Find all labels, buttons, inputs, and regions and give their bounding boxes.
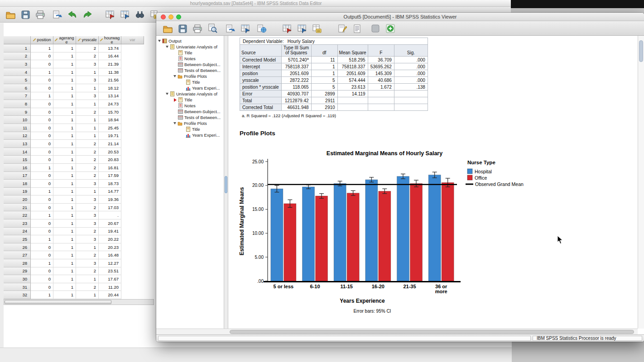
grid-cell[interactable]: 1 [31, 291, 53, 299]
grid-cell[interactable]: 20.53 [99, 148, 121, 156]
grid-cell[interactable]: 0 [31, 52, 53, 61]
grid-cell[interactable]: 1 [76, 116, 99, 124]
open-file-icon[interactable] [162, 23, 173, 34]
data-editor-horizontal-scrollbar[interactable] [4, 299, 154, 305]
grid-cell[interactable]: 1 [53, 164, 76, 172]
grid-cell[interactable]: 3 [76, 92, 99, 100]
column-header-position[interactable]: position [31, 36, 53, 44]
grid-cell[interactable]: 3 [76, 195, 99, 204]
grid-cell[interactable]: 1 [76, 275, 99, 283]
grid-cell[interactable]: 1 [53, 291, 76, 299]
grid-cell[interactable]: 21.56 [99, 76, 121, 84]
grid-cell[interactable]: 20.83 [99, 156, 121, 164]
grid-cell[interactable]: 1 [53, 195, 76, 204]
grid-cell[interactable]: 0 [31, 116, 53, 124]
grid-cell[interactable]: 0 [31, 172, 53, 180]
scrollbar-thumb[interactable] [230, 330, 634, 334]
row-number[interactable]: 25 [4, 235, 31, 243]
grid-cell[interactable]: 15.70 [99, 108, 121, 116]
grid-cell[interactable]: 20.23 [99, 243, 121, 252]
row-number[interactable]: 23 [4, 219, 31, 228]
tree-item-notes[interactable]: Notes [156, 103, 224, 109]
grid-cell[interactable]: 3 [76, 235, 99, 243]
grid-cell[interactable]: 1 [76, 291, 99, 299]
grid-cell[interactable]: 1 [53, 148, 76, 156]
expander-icon[interactable] [173, 122, 176, 124]
tree-item-between-subject[interactable]: Between-Subject... [156, 109, 224, 114]
row-number[interactable]: 11 [4, 124, 31, 132]
grid-cell[interactable]: 1 [31, 164, 53, 172]
row-number[interactable]: 5 [4, 76, 31, 84]
grid-cell[interactable]: 1 [53, 188, 76, 196]
grid-cell[interactable]: 1 [53, 116, 76, 124]
goto-case-icon[interactable] [104, 9, 116, 20]
grid-cell[interactable]: 0 [31, 60, 53, 68]
expander-icon[interactable] [166, 93, 168, 95]
row-number[interactable]: 9 [4, 108, 31, 116]
grid-cell[interactable]: 3 [76, 219, 99, 228]
variables-icon[interactable] [119, 9, 131, 20]
minimize-button[interactable] [168, 14, 173, 19]
grid-cell[interactable]: 1 [53, 76, 76, 84]
row-number[interactable]: 10 [4, 116, 31, 124]
grid-cell[interactable]: 1 [53, 204, 76, 212]
data-editor-titlebar[interactable]: hourlywagedata.sav [DataSet4] - IBM SPSS… [0, 0, 512, 7]
grid-cell[interactable]: 1 [76, 132, 99, 140]
recall-dialogs-icon[interactable] [52, 9, 63, 20]
grid-cell[interactable]: 18.94 [99, 116, 121, 124]
viewer-titlebar[interactable]: Output5 [Document5] - IBM SPSS Statistic… [156, 13, 644, 21]
row-number[interactable]: 18 [4, 180, 31, 188]
grid-cell[interactable]: 18.73 [99, 180, 121, 188]
grid-cell[interactable]: 12.27 [99, 259, 121, 267]
grid-cell[interactable]: 2 [76, 228, 99, 236]
grid-cell[interactable]: 2 [76, 204, 99, 212]
select-last-output-icon[interactable] [370, 23, 381, 34]
row-number[interactable]: 13 [4, 140, 31, 148]
use-variable-sets-icon[interactable] [311, 23, 323, 34]
row-number[interactable]: 17 [4, 172, 31, 180]
zoom-button[interactable] [176, 14, 181, 19]
expander-icon[interactable] [158, 40, 161, 42]
grid-cell[interactable]: 0 [31, 100, 53, 108]
row-number[interactable]: 26 [4, 243, 31, 252]
print-icon[interactable] [34, 9, 46, 20]
expander-icon[interactable] [166, 46, 168, 48]
print-icon[interactable] [192, 23, 203, 34]
grid-cell[interactable]: 13.74 [99, 44, 121, 52]
row-number[interactable]: 31 [4, 283, 31, 291]
row-number[interactable]: 27 [4, 251, 31, 259]
viewer-vertical-scrollbar[interactable] [638, 36, 644, 329]
grid-cell[interactable]: 1 [53, 100, 76, 108]
grid-cell[interactable]: 24.73 [99, 100, 121, 108]
grid-cell[interactable]: 2 [76, 140, 99, 148]
open-file-icon[interactable] [5, 9, 16, 20]
grid-cell[interactable]: 19.41 [99, 228, 121, 236]
grid-cell[interactable]: 1 [76, 124, 99, 132]
grid-cell[interactable]: 14.77 [99, 188, 121, 196]
grid-cell[interactable]: 1 [53, 251, 76, 259]
grid-cell[interactable]: 1 [31, 44, 53, 52]
expander-icon[interactable] [173, 75, 176, 77]
tree-item-title[interactable]: Title [156, 50, 224, 56]
scrollbar-thumb[interactable] [5, 300, 111, 304]
grid-cell[interactable]: 19.36 [99, 195, 121, 204]
grid-cell[interactable]: 1 [76, 243, 99, 252]
grid-cell[interactable]: 0 [31, 84, 53, 92]
grid-cell[interactable]: 0 [31, 180, 53, 188]
column-header-agerange[interactable]: agerange [53, 36, 76, 44]
grid-cell[interactable]: 0 [31, 251, 53, 259]
grid-cell[interactable]: 19.71 [99, 132, 121, 140]
grid-cell[interactable]: 20.22 [99, 235, 121, 243]
tree-item-title[interactable]: Title [156, 126, 224, 132]
grid-cell[interactable]: 1 [53, 211, 76, 219]
grid-cell[interactable]: 17.03 [99, 204, 121, 212]
tree-item-univariate-analysis-of[interactable]: Univariate Analysis of [156, 91, 224, 97]
splitter-handle[interactable] [225, 176, 227, 193]
grid-cell[interactable]: 1 [53, 228, 76, 236]
tree-item-years-experi[interactable]: Years Experi... [156, 132, 224, 138]
grid-cell[interactable]: 17.59 [99, 172, 121, 180]
tree-item-tests-of-between[interactable]: Tests of Between... [156, 114, 224, 120]
grid-cell[interactable]: 0 [31, 275, 53, 283]
save-icon[interactable] [177, 23, 188, 34]
grid-cell[interactable]: 25.45 [99, 124, 121, 132]
